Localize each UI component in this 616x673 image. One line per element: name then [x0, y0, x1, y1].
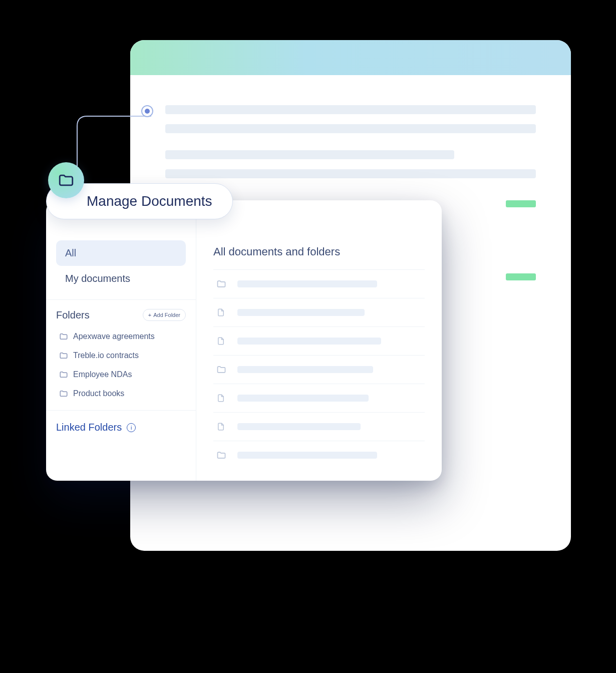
placeholder-line [237, 452, 377, 459]
folder-icon [58, 172, 75, 189]
list-item[interactable] [213, 441, 425, 469]
folder-icon [59, 389, 68, 398]
nav-item-my-documents[interactable]: My documents [56, 266, 186, 291]
folder-item[interactable]: Apexwave agreements [56, 327, 186, 346]
file-icon [216, 422, 227, 432]
nav-label: My documents [65, 273, 130, 284]
file-icon [216, 336, 227, 346]
add-folder-label: Add Folder [153, 312, 180, 318]
folder-item[interactable]: Employee NDAs [56, 365, 186, 384]
list-item[interactable] [213, 355, 425, 384]
file-icon [216, 307, 227, 317]
placeholder-line [237, 309, 365, 316]
folder-item[interactable]: Treble.io contracts [56, 346, 186, 365]
placeholder-line [237, 366, 373, 373]
placeholder-line [165, 105, 536, 114]
placeholder-line [165, 124, 536, 133]
folder-icon [59, 332, 68, 341]
placeholder-line [237, 338, 381, 345]
list-item[interactable] [213, 384, 425, 412]
add-folder-button[interactable]: + Add Folder [143, 309, 186, 321]
highlight-bar [506, 273, 536, 280]
document-titlebar [130, 40, 571, 75]
info-icon[interactable]: i [127, 423, 136, 432]
folders-heading: Folders [56, 309, 90, 321]
folder-icon [216, 365, 227, 375]
content-title: All documents and folders [213, 245, 425, 258]
placeholder-line [165, 150, 454, 159]
placeholder-line [165, 169, 536, 178]
linked-folders-section[interactable]: Linked Folders i [46, 411, 196, 444]
documents-panel: All My documents Folders + Add Folder Ap… [46, 200, 442, 481]
nav-section: All My documents [46, 235, 196, 300]
nav-label: All [65, 247, 76, 258]
folder-label: Employee NDAs [73, 370, 132, 379]
nav-item-all[interactable]: All [56, 240, 186, 266]
list-item[interactable] [213, 269, 425, 298]
folder-icon [216, 450, 227, 460]
placeholder-line [237, 395, 369, 402]
pill-title: Manage Documents [87, 193, 212, 209]
highlight-bar [506, 200, 536, 207]
folders-section: Folders + Add Folder Apexwave agreements… [46, 300, 196, 411]
placeholder-line [237, 423, 361, 430]
folder-badge [48, 162, 84, 198]
linked-folders-title: Linked Folders [56, 422, 122, 433]
list-item[interactable] [213, 412, 425, 441]
folder-icon [59, 351, 68, 360]
folder-label: Product books [73, 389, 124, 398]
folder-label: Treble.io contracts [73, 351, 139, 360]
file-icon [216, 393, 227, 403]
folder-item[interactable]: Product books [56, 384, 186, 403]
folder-label: Apexwave agreements [73, 332, 155, 341]
plus-icon: + [148, 312, 151, 318]
folder-icon [216, 279, 227, 289]
folder-icon [59, 370, 68, 379]
list-item[interactable] [213, 326, 425, 355]
placeholder-line [237, 280, 377, 287]
sidebar: All My documents Folders + Add Folder Ap… [46, 200, 196, 481]
list-item[interactable] [213, 298, 425, 326]
content-area: All documents and folders [196, 200, 442, 481]
